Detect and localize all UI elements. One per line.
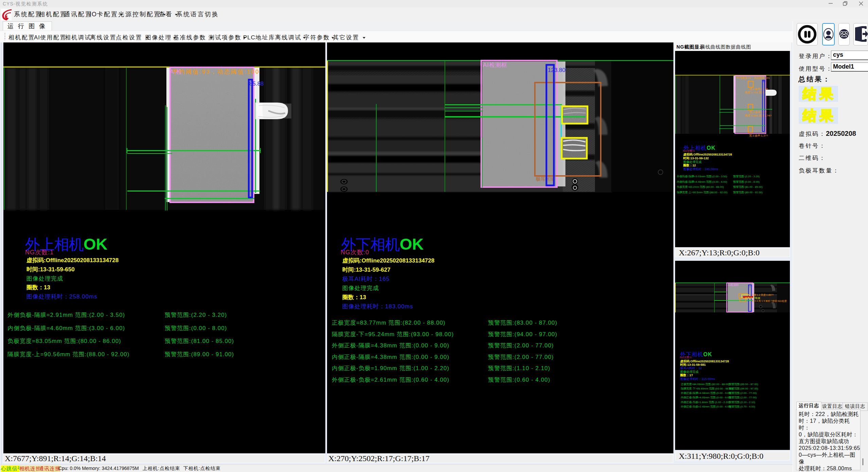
- svg-text:平均阈值:93，动态阈值:101: 平均阈值:93，动态阈值:101: [736, 76, 770, 79]
- svg-text:AI检测框: AI检测框: [728, 284, 739, 287]
- svg-text:宽:3 曲率:1.226: 宽:3 曲率:1.226: [749, 88, 768, 91]
- svg-text:AI检测框: AI检测框: [483, 62, 507, 68]
- svg-text:平均阈值:93，动态阈值:100: 平均阈值:93，动态阈值:100: [172, 69, 260, 75]
- svg-text:宽:3 曲率:1.3??: 宽:3 曲率:1.3??: [749, 134, 768, 137]
- svg-text:宽:2.4 高:1.5 面积:?等级:NG/轻度: 宽:2.4 高:1.5 面积:?等级:NG/轻度: [752, 299, 786, 303]
- svg-text:宽:3 曲率:1.5?: 宽:3 曲率:1.5?: [749, 111, 766, 114]
- svg-text:1?: 1?: [749, 285, 752, 288]
- svg-text:红色:NG?检测: 红色:NG?检测: [745, 297, 760, 299]
- svg-text:宽度:1.2 高度:0.857?: 宽度:1.2 高度:0.857?: [752, 293, 774, 296]
- svg-text:123.80: 123.80: [548, 67, 565, 73]
- svg-text:85.88: 85.88: [249, 80, 264, 87]
- svg-text:亮度:0.885 高度:2.?4?: 亮度:0.885 高度:2.?4?: [745, 114, 772, 117]
- svg-text:极耳区域: 极耳区域: [536, 176, 555, 182]
- svg-text:8?: 8?: [763, 80, 766, 83]
